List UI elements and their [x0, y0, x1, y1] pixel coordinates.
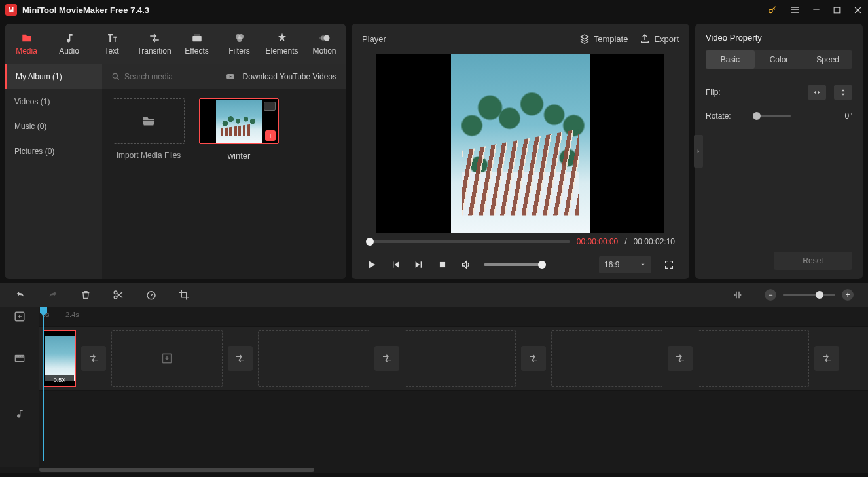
youtube-icon [225, 72, 236, 81]
empty-clip-slot[interactable] [111, 330, 223, 387]
media-panel: Media Audio Text Transition Effects Filt… [5, 24, 346, 279]
motion-icon [319, 32, 331, 44]
split-button[interactable] [113, 289, 124, 301]
sidebar-pictures[interactable]: Pictures (0) [5, 139, 102, 164]
app-logo: M [5, 4, 17, 16]
volume-button[interactable] [460, 259, 472, 270]
upgrade-key-icon[interactable] [767, 5, 778, 15]
zoom-out-button[interactable]: − [765, 289, 776, 301]
next-frame-button[interactable] [413, 259, 425, 270]
download-youtube-link[interactable]: Download YouTube Videos [243, 72, 336, 81]
album-sidebar: My Album (1) Videos (1) Music (0) Pictur… [5, 64, 102, 279]
svg-rect-1 [834, 7, 840, 13]
crop-button[interactable] [178, 289, 190, 301]
property-tab-color[interactable]: Color [755, 50, 804, 69]
rotate-slider[interactable] [753, 115, 791, 117]
zoom-slider[interactable] [783, 294, 835, 296]
zoom-knob[interactable] [816, 291, 823, 299]
collapse-properties-button[interactable] [694, 135, 703, 168]
sidebar-my-album[interactable]: My Album (1) [5, 64, 102, 89]
search-media[interactable]: Search media [111, 72, 218, 81]
empty-clip-slot[interactable] [405, 330, 516, 387]
clip-speed-badge: 0.5X [45, 375, 74, 385]
empty-clip-slot[interactable] [551, 330, 662, 387]
audio-track[interactable] [39, 391, 868, 436]
maximize-button[interactable] [833, 6, 841, 14]
delete-button[interactable] [80, 289, 92, 301]
transition-slot[interactable] [228, 346, 253, 371]
menu-icon[interactable] [789, 5, 800, 15]
empty-clip-slot[interactable] [258, 330, 369, 387]
player-title: Player [362, 34, 568, 44]
aspect-ratio-select[interactable]: 16:9 [599, 256, 651, 273]
svg-rect-2 [192, 36, 202, 41]
import-media-button[interactable] [113, 98, 185, 144]
flip-horizontal-button[interactable] [808, 85, 826, 100]
sidebar-videos[interactable]: Videos (1) [5, 89, 102, 114]
volume-slider[interactable] [484, 263, 546, 266]
transition-slot[interactable] [81, 346, 106, 371]
transition-slot[interactable] [521, 346, 546, 371]
tab-motion[interactable]: Motion [303, 24, 346, 64]
scrollbar-thumb[interactable] [39, 468, 314, 472]
timeline-fit-button[interactable] [732, 290, 744, 300]
play-button[interactable] [366, 259, 378, 270]
add-track-button[interactable] [0, 307, 39, 326]
svg-rect-3 [194, 34, 200, 35]
clip-label: winter [228, 151, 251, 161]
close-button[interactable] [853, 5, 863, 15]
svg-point-0 [769, 9, 772, 12]
playhead[interactable] [43, 307, 44, 461]
volume-knob[interactable] [538, 261, 546, 269]
tab-filters[interactable]: Filters [218, 24, 261, 64]
transition-slot[interactable] [668, 346, 693, 371]
timeline-scrollbar[interactable] [0, 467, 868, 473]
timeline-ruler[interactable]: 0s 2.4s [39, 307, 868, 326]
svg-rect-12 [440, 262, 445, 267]
sidebar-music[interactable]: Music (0) [5, 114, 102, 139]
tab-text[interactable]: Text [90, 24, 133, 64]
add-clip-button[interactable]: + [265, 130, 276, 141]
export-button[interactable]: Export [640, 33, 679, 44]
export-icon [640, 33, 650, 44]
transition-slot[interactable] [374, 346, 399, 371]
player-preview[interactable] [376, 54, 664, 233]
video-badge-icon [264, 102, 276, 111]
media-clip-winter[interactable]: + [199, 98, 279, 144]
speed-button[interactable] [145, 289, 157, 301]
transition-slot[interactable] [814, 346, 839, 371]
filters-icon [234, 32, 245, 44]
property-tab-basic[interactable]: Basic [706, 50, 755, 69]
tab-media[interactable]: Media [5, 24, 48, 64]
template-button[interactable]: Template [579, 33, 628, 44]
flip-label: Flip: [706, 88, 745, 97]
effects-icon [191, 32, 203, 44]
zoom-in-button[interactable]: + [842, 289, 854, 301]
property-title: Video Property [706, 33, 852, 43]
tab-elements[interactable]: Elements [261, 24, 303, 64]
timeline-clip-winter[interactable]: 0.5X [43, 330, 76, 387]
seek-knob[interactable] [366, 238, 374, 246]
app-title: MiniTool MovieMaker Free 7.4.3 [22, 5, 767, 15]
empty-clip-slot[interactable] [698, 330, 809, 387]
fullscreen-button[interactable] [663, 259, 675, 270]
undo-button[interactable] [14, 290, 26, 300]
text-icon [106, 32, 118, 44]
reset-button[interactable]: Reset [774, 252, 852, 270]
svg-point-6 [237, 37, 242, 42]
minimize-button[interactable] [812, 5, 821, 14]
svg-point-10 [113, 73, 117, 78]
video-track[interactable]: 0.5X [39, 326, 868, 391]
rotate-value: 0° [845, 111, 852, 121]
flip-vertical-button[interactable] [834, 85, 852, 100]
tab-audio[interactable]: Audio [48, 24, 90, 64]
property-tab-speed[interactable]: Speed [803, 50, 852, 69]
prev-frame-button[interactable] [389, 259, 401, 270]
player-seek-slider[interactable] [366, 240, 570, 243]
rotate-knob[interactable] [753, 112, 761, 120]
stop-button[interactable] [437, 260, 448, 269]
redo-button[interactable] [47, 290, 59, 300]
tab-effects[interactable]: Effects [175, 24, 218, 64]
tab-transition[interactable]: Transition [133, 24, 175, 64]
svg-point-9 [319, 36, 322, 39]
